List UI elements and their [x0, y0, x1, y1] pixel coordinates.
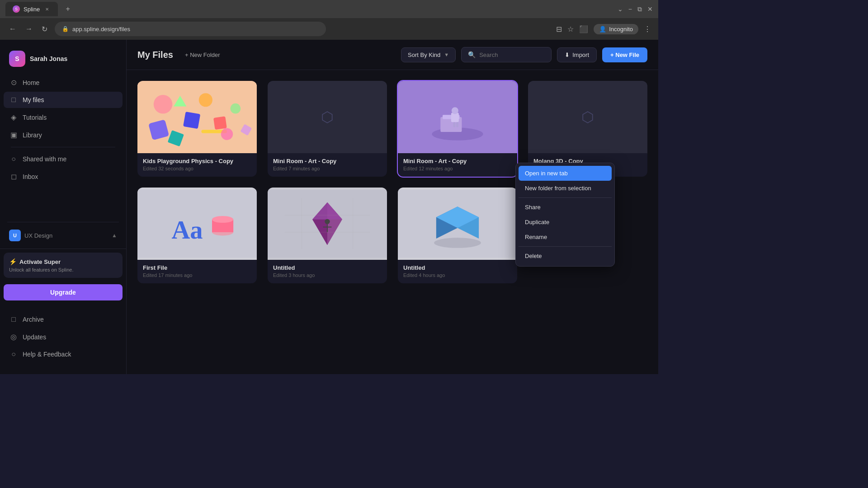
sidebar-item-library[interactable]: ▣ Library [4, 127, 123, 143]
extension-icon[interactable]: ⬛ [579, 25, 588, 33]
file-info: First File Edited 17 minutes ago [137, 260, 257, 283]
svg-point-9 [221, 128, 233, 140]
sidebar-item-label: Help & Feedback [23, 351, 71, 358]
avatar: S [9, 51, 25, 67]
sidebar-item-inbox[interactable]: ◻ Inbox [4, 168, 123, 185]
sidebar-divider [11, 147, 115, 147]
new-file-button[interactable]: + New File [602, 47, 647, 62]
activate-super-title: ⚡ Activate Super [9, 258, 117, 265]
incognito-avatar-icon: 👤 [599, 26, 606, 33]
context-menu-item-label: Duplicate [525, 219, 549, 225]
bookmark-icon[interactable]: ☆ [567, 25, 574, 33]
incognito-badge: 👤 Incognito [594, 24, 638, 34]
sidebar-item-label: Archive [23, 316, 44, 323]
tab-close-button[interactable]: ✕ [43, 5, 51, 13]
context-menu-divider [519, 197, 612, 198]
file-card-first-file[interactable]: Aa First File Edited 17 minutes ago [137, 188, 257, 283]
new-folder-button[interactable]: + New Folder [180, 49, 225, 61]
empty-file-icon: ⬡ [321, 108, 334, 126]
sort-chevron-icon: ▼ [444, 52, 449, 57]
sidebar-nav: ⊙ Home □ My files ◈ Tutorials ▣ Library … [0, 74, 126, 218]
sidebar-nav-bottom: □ Archive ◎ Updates ○ Help & Feedback [0, 308, 126, 367]
context-menu: Open in new tab New folder from selectio… [515, 163, 615, 267]
sort-dropdown[interactable]: Sort By Kind ▼ [401, 47, 456, 62]
window-controls: ⌄ − ⧉ ✕ [618, 5, 653, 13]
file-info: Untitled Edited 4 hours ago [398, 260, 517, 283]
group-avatar: U [9, 230, 21, 241]
new-tab-button[interactable]: + [61, 3, 74, 15]
file-card-kids-playground[interactable]: Kids Playground Physics - Copy Edited 32… [137, 81, 257, 177]
upgrade-button[interactable]: Upgrade [4, 284, 123, 300]
file-date: Edited 4 hours ago [403, 272, 512, 278]
refresh-button[interactable]: ↻ [40, 23, 49, 35]
context-menu-item-duplicate[interactable]: Duplicate [519, 215, 612, 230]
maximize-button[interactable]: ⧉ [637, 5, 642, 13]
context-menu-item-share[interactable]: Share [519, 200, 612, 215]
file-info: Mini Room - Art - Copy Edited 7 minutes … [268, 153, 387, 177]
sidebar-item-my-files[interactable]: □ My files [4, 92, 123, 108]
menu-icon[interactable]: ⋮ [644, 25, 651, 33]
activate-super-panel: ⚡ Activate Super Unlock all features on … [4, 253, 123, 278]
file-card-untitled-2[interactable]: Untitled Edited 4 hours ago [398, 188, 517, 283]
svg-rect-18 [456, 122, 458, 127]
updates-icon: ◎ [9, 333, 18, 341]
context-menu-divider-2 [519, 246, 612, 247]
file-card-mini-room-1[interactable]: ⬡ Mini Room - Art - Copy Edited 7 minute… [268, 81, 387, 177]
context-menu-item-label: New folder from selection [525, 185, 591, 192]
minimize-chevron-icon: ⌄ [618, 5, 623, 13]
browser-toolbar: ← → ↻ 🔒 app.spline.design/files ⊟ ☆ ⬛ 👤 … [0, 18, 658, 40]
main-header: My Files + New Folder Sort By Kind ▼ 🔍 ⬇… [127, 40, 658, 70]
import-icon: ⬇ [565, 52, 570, 58]
address-bar[interactable]: 🔒 app.spline.design/files [55, 22, 326, 36]
cast-icon[interactable]: ⊟ [556, 25, 562, 33]
context-menu-item-new-folder-selection[interactable]: New folder from selection [519, 181, 612, 196]
context-menu-item-open-new-tab[interactable]: Open in new tab [519, 166, 612, 181]
svg-point-23 [212, 216, 233, 223]
sidebar-item-updates[interactable]: ◎ Updates [4, 328, 123, 345]
file-name: Untitled [403, 264, 512, 271]
file-thumbnail [268, 188, 387, 260]
browser-chrome: S Spline ✕ + ⌄ − ⧉ ✕ ← → ↻ 🔒 app.spline.… [0, 0, 658, 40]
context-menu-item-label: Rename [525, 234, 547, 240]
group-header-ux-design[interactable]: U UX Design ▲ [4, 226, 123, 245]
sidebar-item-shared[interactable]: ○ Shared with me [4, 151, 123, 167]
tab-favicon: S [13, 5, 20, 13]
user-name: Sarah Jonas [30, 55, 67, 62]
file-thumbnail: ⬡ [268, 81, 387, 153]
file-thumbnail: Aa [137, 188, 257, 260]
sidebar-item-label: Updates [23, 333, 46, 341]
minimize-button[interactable]: − [628, 5, 632, 13]
lock-icon: 🔒 [62, 26, 69, 32]
sidebar-item-tutorials[interactable]: ◈ Tutorials [4, 109, 123, 126]
sidebar-item-label: My files [23, 96, 44, 103]
incognito-label: Incognito [609, 26, 633, 33]
file-info: Mini Room - Art - Copy Edited 12 minutes… [398, 153, 517, 177]
context-menu-item-rename[interactable]: Rename [519, 230, 612, 244]
search-input[interactable] [479, 52, 555, 58]
file-date: Edited 3 hours ago [273, 272, 382, 278]
sidebar-item-home[interactable]: ⊙ Home [4, 74, 123, 91]
svg-point-4 [199, 93, 212, 107]
file-date: Edited 17 minutes ago [143, 272, 251, 278]
file-card-mini-room-2[interactable]: Mini Room - Art - Copy Edited 12 minutes… [398, 81, 517, 177]
group-name: UX Design [24, 232, 52, 239]
files-icon: □ [9, 96, 18, 104]
forward-button[interactable]: → [24, 23, 34, 35]
lightning-icon: ⚡ [9, 258, 17, 265]
file-card-untitled-1[interactable]: Untitled Edited 3 hours ago [268, 188, 387, 283]
file-date: Edited 12 minutes ago [403, 166, 512, 171]
browser-tab[interactable]: S Spline ✕ [5, 2, 58, 16]
file-name: Untitled [273, 264, 382, 271]
back-button[interactable]: ← [7, 23, 18, 35]
sidebar-item-help[interactable]: ○ Help & Feedback [4, 346, 123, 362]
context-menu-item-delete[interactable]: Delete [519, 249, 612, 263]
close-button[interactable]: ✕ [647, 5, 653, 13]
tab-label: Spline [24, 6, 40, 13]
search-icon: 🔍 [468, 51, 476, 58]
sidebar-item-archive[interactable]: □ Archive [4, 311, 123, 328]
context-menu-item-label: Share [525, 204, 541, 211]
sidebar-group: U UX Design ▲ [0, 226, 126, 245]
import-button[interactable]: ⬇ Import [557, 47, 597, 62]
file-thumbnail [398, 188, 517, 260]
home-icon: ⊙ [9, 78, 18, 87]
